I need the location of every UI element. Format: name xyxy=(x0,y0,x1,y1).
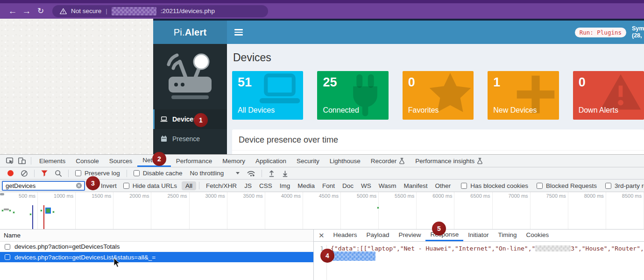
pialert-app: Pi.Alert Run: Plugins Sym (28, xyxy=(153,19,644,154)
clear-filter-icon[interactable] xyxy=(76,182,82,189)
filter-blocked-requests-checkbox[interactable]: Blocked Requests xyxy=(537,182,597,189)
detail-tab-bar: ✕ HeadersPayloadPreviewResponseInitiator… xyxy=(314,230,644,242)
url-suffix: :20211/devices.php xyxy=(161,7,215,14)
timeline-tick-label: 3000 ms xyxy=(205,193,225,199)
clear-icon[interactable] xyxy=(21,170,28,177)
hamburger-menu-icon[interactable] xyxy=(234,29,243,36)
timeline-tick-label: 4000 ms xyxy=(281,193,301,199)
detail-tab-initiator[interactable]: Initiator xyxy=(463,230,493,241)
card-value: 0 xyxy=(579,75,644,90)
card-all-devices[interactable]: 51All Devices xyxy=(232,71,303,120)
card-new-devices[interactable]: 1New Devices xyxy=(488,71,559,120)
sidebar-item-devices[interactable]: Devices xyxy=(153,109,227,129)
detail-tab-response[interactable]: Response xyxy=(425,230,463,241)
request-checkbox[interactable] xyxy=(5,244,10,250)
sidebar-item-presence[interactable]: Presence xyxy=(153,129,227,149)
detail-tab-headers[interactable]: Headers xyxy=(329,230,362,241)
hide-data-urls-checkbox[interactable]: Hide data URLs xyxy=(123,182,177,189)
filter-icon[interactable] xyxy=(41,170,48,177)
filter-type-all[interactable]: All xyxy=(182,181,196,190)
filter-input-box[interactable] xyxy=(2,181,85,191)
chevron-down-icon xyxy=(236,172,240,174)
card-favorites[interactable]: 0Favorites xyxy=(403,71,474,120)
checkbox[interactable] xyxy=(92,183,98,189)
devtools-tab-console[interactable]: Console xyxy=(71,155,104,167)
filter-type-fetch-xhr[interactable]: Fetch/XHR xyxy=(202,181,241,190)
devtools-tab-elements[interactable]: Elements xyxy=(34,155,71,167)
checkbox[interactable] xyxy=(605,183,611,189)
search-icon[interactable] xyxy=(55,170,62,177)
checkbox[interactable] xyxy=(134,170,140,176)
checkbox[interactable] xyxy=(461,183,467,189)
overview-scroll-indicator xyxy=(0,193,4,195)
detail-tab-payload[interactable]: Payload xyxy=(362,230,394,241)
filter-type-media[interactable]: Media xyxy=(294,181,318,190)
preserve-log-checkbox[interactable]: Preserve log xyxy=(75,170,120,177)
experiment-flask-icon xyxy=(399,158,405,164)
checkbox[interactable] xyxy=(75,170,81,176)
request-row[interactable]: devices.php?action=getDevicesList&status… xyxy=(0,252,313,262)
network-overview-timeline[interactable]: 500 ms1000 ms1500 ms2000 ms2500 ms3000 m… xyxy=(0,192,644,230)
divider xyxy=(68,170,69,177)
inspect-element-icon[interactable] xyxy=(4,156,16,166)
filter-type-font[interactable]: Font xyxy=(318,181,339,190)
request-checkbox[interactable] xyxy=(5,254,10,260)
devtools-tab-network[interactable]: Network xyxy=(137,155,171,167)
reload-icon[interactable]: ↻ xyxy=(34,4,48,18)
filter-type-img[interactable]: Img xyxy=(276,181,294,190)
request-row[interactable]: devices.php?action=getDevicesTotals xyxy=(0,242,313,252)
filter-type-wasm[interactable]: Wasm xyxy=(375,181,400,190)
detail-tab-timing[interactable]: Timing xyxy=(494,230,522,241)
devtools-tab-application[interactable]: Application xyxy=(250,155,291,167)
filter-3rd-party-requests-checkbox[interactable]: 3rd-party requests xyxy=(605,182,644,189)
filter-type-js[interactable]: JS xyxy=(241,181,255,190)
detail-tab-preview[interactable]: Preview xyxy=(394,230,425,241)
disable-cache-checkbox[interactable]: Disable cache xyxy=(134,170,183,177)
disable-cache-label: Disable cache xyxy=(143,170,183,177)
card-down-alerts[interactable]: 0Down Alerts xyxy=(573,71,644,120)
timeline-tick-label: 500 ms xyxy=(19,193,35,199)
devtools-tab-lighthouse[interactable]: Lighthouse xyxy=(325,155,366,167)
devtools-tab-label: Memory xyxy=(222,155,245,167)
filter-type-ws[interactable]: WS xyxy=(357,181,375,190)
filter-checkbox-label: Has blocked cookies xyxy=(470,182,528,189)
invert-checkbox[interactable]: Invert xyxy=(92,182,117,189)
response-content[interactable]: {"data":[["laptop","Net - Huawei","Inter… xyxy=(327,245,644,280)
checkbox[interactable] xyxy=(123,183,129,189)
address-bar[interactable]: Not secure | :20211/devices.php xyxy=(52,5,268,17)
close-icon[interactable]: ✕ xyxy=(318,231,325,240)
filter-type-css[interactable]: CSS xyxy=(255,181,276,190)
forward-icon[interactable]: → xyxy=(20,4,34,18)
filter-input[interactable] xyxy=(6,182,76,189)
devtools-tab-performance-insights[interactable]: Performance insights xyxy=(410,155,488,167)
devtools-tab-sources[interactable]: Sources xyxy=(104,155,138,167)
detail-tab-cookies[interactable]: Cookies xyxy=(522,230,554,241)
devtools-tab-memory[interactable]: Memory xyxy=(217,155,250,167)
card-connected[interactable]: 25Connected xyxy=(317,71,388,120)
back-icon[interactable]: ← xyxy=(6,4,20,18)
record-icon[interactable] xyxy=(7,170,14,176)
requests-name-column-header[interactable]: Name xyxy=(0,230,313,242)
import-har-icon[interactable] xyxy=(268,170,275,177)
checkbox[interactable] xyxy=(537,183,543,189)
redacted-host xyxy=(112,7,156,15)
filter-type-doc[interactable]: Doc xyxy=(339,181,357,190)
run-plugins-button[interactable]: Run: Plugins xyxy=(575,28,626,37)
filter-type-other[interactable]: Other xyxy=(432,181,455,190)
network-conditions-icon[interactable] xyxy=(247,169,255,177)
filter-has-blocked-cookies-checkbox[interactable]: Has blocked cookies xyxy=(461,182,528,189)
device-toolbar-icon[interactable] xyxy=(16,156,28,166)
filter-type-manifest[interactable]: Manifest xyxy=(400,181,431,190)
throttling-select[interactable]: No throttling xyxy=(190,170,240,177)
devtools-tab-security[interactable]: Security xyxy=(291,155,325,167)
devtools-tab-performance[interactable]: Performance xyxy=(171,155,217,167)
network-filter-bar: Invert Hide data URLs AllFetch/XHRJSCSSI… xyxy=(0,179,644,192)
waterfall-dot xyxy=(29,213,32,215)
devtools-tab-recorder[interactable]: Recorder xyxy=(366,155,410,167)
timeline-tick: 2500 ms xyxy=(151,192,189,229)
response-text-before: {"data":[["laptop","Net - Huawei","Inter… xyxy=(331,245,535,252)
browser-toolbar: ← → ↻ Not secure | :20211/devices.php xyxy=(0,0,644,19)
app-logo[interactable]: Pi.Alert xyxy=(153,21,227,44)
export-har-icon[interactable] xyxy=(282,170,289,177)
card-value: 25 xyxy=(323,75,388,90)
